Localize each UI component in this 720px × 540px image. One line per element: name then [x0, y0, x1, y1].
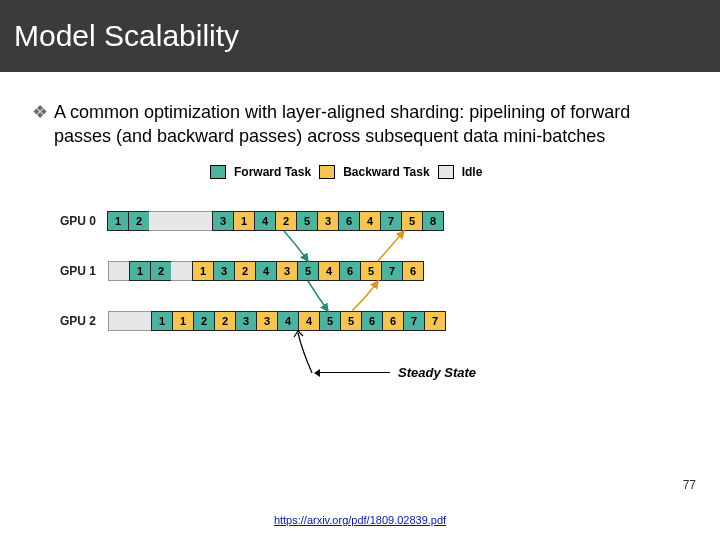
backward-cell: 2: [234, 261, 256, 281]
forward-cell: 6: [339, 261, 361, 281]
gpu-row-1: GPU 1 1213243546576: [60, 261, 424, 281]
page-number: 77: [683, 478, 696, 492]
forward-cell: 4: [277, 311, 299, 331]
forward-cell: 2: [150, 261, 172, 281]
backward-cell: 2: [275, 211, 297, 231]
idle-gap: [171, 261, 193, 281]
pipeline-diagram: Forward Task Backward Task Idle GPU 0 12…: [60, 165, 660, 415]
gpu-label-1: GPU 1: [60, 264, 108, 278]
body-text-area: ❖ A common optimization with layer-align…: [0, 72, 720, 155]
gpu-cells-0: 1231425364758: [108, 211, 444, 231]
backward-cell: 4: [359, 211, 381, 231]
forward-cell: 6: [338, 211, 360, 231]
forward-cell: 1: [107, 211, 129, 231]
backward-cell: 5: [401, 211, 423, 231]
forward-cell: 5: [319, 311, 341, 331]
legend: Forward Task Backward Task Idle: [210, 165, 482, 179]
legend-label-forward: Forward Task: [234, 165, 311, 179]
backward-cell: 5: [360, 261, 382, 281]
forward-cell: 3: [213, 261, 235, 281]
idle-lead-1: [108, 261, 130, 281]
backward-cell: 3: [256, 311, 278, 331]
gpu-cells-2: 11223344556677: [152, 311, 446, 331]
forward-cell: 7: [403, 311, 425, 331]
backward-cell: 3: [276, 261, 298, 281]
reference-link[interactable]: https://arxiv.org/pdf/1809.02839.pdf: [274, 514, 446, 526]
forward-cell: 4: [254, 211, 276, 231]
backward-cell: 1: [192, 261, 214, 281]
legend-swatch-backward: [319, 165, 335, 179]
gpu-label-2: GPU 2: [60, 314, 108, 328]
backward-cell: 7: [424, 311, 446, 331]
forward-cell: 2: [193, 311, 215, 331]
slide-title: Model Scalability: [14, 19, 239, 53]
backward-cell: 4: [318, 261, 340, 281]
forward-cell: 1: [151, 311, 173, 331]
forward-cell: 7: [381, 261, 403, 281]
steady-arrow-line: [320, 372, 390, 373]
backward-cell: 6: [382, 311, 404, 331]
backward-cell: 1: [172, 311, 194, 331]
legend-label-backward: Backward Task: [343, 165, 430, 179]
steady-state-label: Steady State: [320, 365, 476, 380]
idle-gap: [191, 211, 213, 231]
forward-cell: 6: [361, 311, 383, 331]
forward-cell: 1: [129, 261, 151, 281]
forward-cell: 3: [235, 311, 257, 331]
backward-cell: 1: [233, 211, 255, 231]
forward-cell: 3: [212, 211, 234, 231]
idle-lead-2: [108, 311, 152, 331]
bullet-marker-icon: ❖: [32, 100, 48, 149]
bullet-item: ❖ A common optimization with layer-align…: [32, 100, 688, 149]
legend-label-idle: Idle: [462, 165, 483, 179]
backward-cell: 5: [340, 311, 362, 331]
idle-gap: [170, 211, 192, 231]
gpu-cells-1: 1213243546576: [130, 261, 424, 281]
gpu-row-0: GPU 0 1231425364758: [60, 211, 444, 231]
backward-cell: 2: [214, 311, 236, 331]
bullet-text: A common optimization with layer-aligned…: [54, 100, 688, 149]
legend-swatch-idle: [438, 165, 454, 179]
gpu-row-2: GPU 2 11223344556677: [60, 311, 446, 331]
forward-cell: 7: [380, 211, 402, 231]
slide-header: Model Scalability: [0, 0, 720, 72]
forward-cell: 8: [422, 211, 444, 231]
backward-cell: 4: [298, 311, 320, 331]
forward-cell: 4: [255, 261, 277, 281]
gpu-label-0: GPU 0: [60, 214, 108, 228]
steady-state-text: Steady State: [398, 365, 476, 380]
idle-gap: [149, 211, 171, 231]
forward-cell: 5: [296, 211, 318, 231]
backward-cell: 6: [402, 261, 424, 281]
forward-cell: 5: [297, 261, 319, 281]
backward-cell: 3: [317, 211, 339, 231]
forward-cell: 2: [128, 211, 150, 231]
legend-swatch-forward: [210, 165, 226, 179]
